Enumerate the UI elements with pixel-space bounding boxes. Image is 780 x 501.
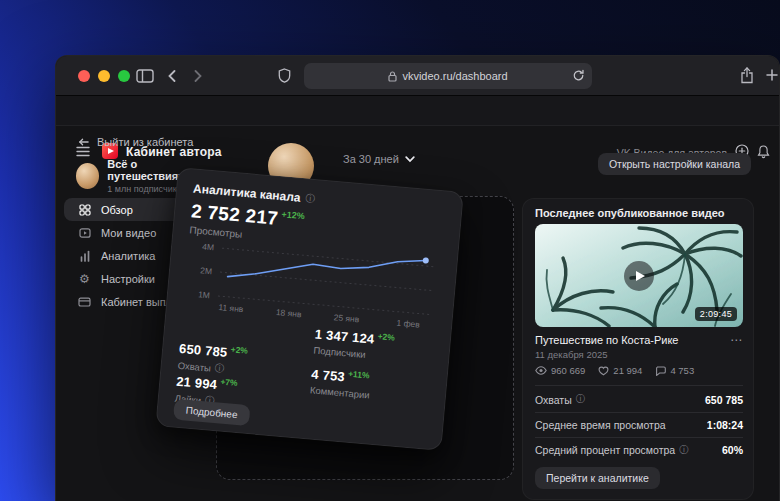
refresh-icon[interactable] — [572, 69, 585, 82]
views-delta: +12% — [281, 209, 305, 221]
last-video-card: Последнее опубликованное видео — [522, 198, 754, 500]
y-axis-label: 1М — [198, 289, 211, 300]
divider — [535, 385, 743, 386]
bar-chart-icon — [78, 250, 91, 262]
sidebar-toggle-icon[interactable] — [136, 69, 154, 83]
details-button[interactable]: Подробнее — [173, 399, 250, 427]
more-options-icon[interactable]: ⋯ — [730, 333, 743, 347]
x-axis-label: 1 фев — [396, 318, 421, 330]
video-date: 11 декабря 2025 — [535, 349, 608, 360]
share-icon[interactable] — [740, 67, 754, 84]
video-icon — [78, 227, 91, 239]
duration-badge: 2:09:45 — [695, 307, 737, 321]
open-channel-settings-button[interactable]: Открыть настройки канала — [598, 153, 751, 175]
eye-icon — [535, 366, 547, 375]
views-mini-chart: 4М 2М 1М 11 янв 18 янв 25 янв 1 фев — [180, 233, 442, 335]
exit-cabinet-label: Выйти из кабинета — [97, 136, 193, 148]
main-content: За 30 дней Открыть настройки канала Анал… — [206, 126, 779, 501]
payment-card-icon — [78, 296, 91, 308]
info-icon[interactable]: ⓘ — [679, 444, 689, 457]
address-bar[interactable]: vkvideo.ru/dashboard — [304, 63, 592, 89]
gear-icon: ⚙ — [78, 273, 91, 285]
likes-count[interactable]: 21 994 — [598, 365, 642, 376]
minimize-window-button[interactable] — [98, 70, 110, 82]
last-video-header: Последнее опубликованное видео — [535, 207, 725, 219]
zoom-window-button[interactable] — [118, 70, 130, 82]
sidebar-item-label: Настройки — [101, 273, 155, 285]
chevron-down-icon — [405, 156, 415, 163]
go-to-analytics-button[interactable]: Перейти к аналитике — [535, 467, 660, 489]
x-axis-label: 25 янв — [333, 312, 360, 324]
info-icon[interactable]: ⓘ — [305, 192, 316, 206]
url-text: vkvideo.ru/dashboard — [402, 70, 507, 82]
sidebar-item-label: Аналитика — [101, 250, 155, 262]
privacy-shield-icon[interactable] — [278, 68, 291, 84]
x-axis-label: 18 янв — [275, 307, 302, 319]
metric-row-reach: Охватыⓘ 650 785 — [535, 387, 743, 412]
sidebar-item-label: Мои видео — [101, 227, 156, 239]
channel-avatar — [76, 163, 99, 189]
forward-icon[interactable] — [194, 70, 202, 82]
play-icon[interactable] — [624, 261, 654, 291]
app-header: Кабинет автора VK Видео для авторов — [56, 96, 779, 126]
exit-cabinet-button[interactable]: Выйти из кабинета — [78, 136, 193, 148]
comment-icon — [655, 366, 666, 376]
video-metrics: Охватыⓘ 650 785 Среднее время просмотра … — [535, 387, 743, 462]
video-stats: 960 669 21 994 4 753 — [535, 365, 694, 376]
lock-icon — [388, 71, 397, 82]
video-title[interactable]: Путешествие по Коста-Рике — [535, 334, 678, 346]
metric-row-avg-watch-percent: Средний процент просмотраⓘ 60% — [535, 437, 743, 462]
sidebar-item-label: Обзор — [101, 204, 133, 216]
browser-chrome: vkvideo.ru/dashboard — [56, 56, 779, 96]
y-axis-label: 2М — [200, 265, 213, 276]
info-icon[interactable]: ⓘ — [576, 393, 586, 406]
browser-window: vkvideo.ru/dashboard Кабинет автора VK В… — [55, 55, 780, 501]
period-dropdown[interactable]: За 30 дней — [343, 153, 415, 165]
grid-icon — [78, 204, 91, 216]
x-axis-label: 11 янв — [218, 302, 244, 314]
desktop: { "colors": { "accent_green": "#4bb34b",… — [0, 0, 780, 501]
new-tab-plus-icon[interactable] — [766, 69, 778, 81]
info-icon[interactable]: ⓘ — [214, 362, 225, 376]
back-icon[interactable] — [168, 70, 176, 82]
heart-icon — [598, 366, 609, 376]
channel-analytics-card: Аналитика канала ⓘ 2 752 217+12% Просмот… — [155, 167, 464, 451]
arrow-left-icon — [78, 137, 89, 147]
metric-row-avg-watch-time: Среднее время просмотра 1:08:24 — [535, 412, 743, 437]
close-window-button[interactable] — [78, 70, 90, 82]
subscribers-stat: 1 347 124+2% Подписчики — [313, 325, 395, 363]
views-count: 960 669 — [535, 365, 585, 376]
chart-end-dot — [423, 257, 430, 264]
period-label: За 30 дней — [343, 153, 399, 165]
video-thumbnail[interactable]: 2:09:45 — [535, 224, 743, 327]
comments-count[interactable]: 4 753 — [655, 365, 694, 376]
comments-stat: 4 753+11% Комментарии — [310, 364, 372, 400]
y-axis-label: 4М — [202, 241, 215, 252]
